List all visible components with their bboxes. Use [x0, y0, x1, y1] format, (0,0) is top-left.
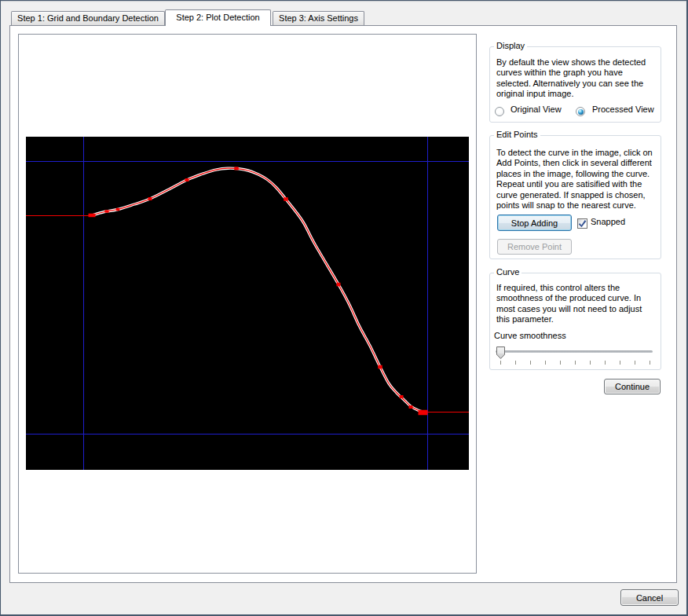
- processed-view-radio-label[interactable]: Processed View: [592, 104, 654, 115]
- curve-point-marker: [116, 208, 120, 211]
- curve-point-marker: [105, 210, 109, 213]
- snapped-checkbox[interactable]: [577, 218, 587, 229]
- original-view-radio-label[interactable]: Original View: [511, 104, 562, 115]
- curve-smoothness-label: Curve smoothness: [494, 331, 566, 341]
- curve-point-marker: [148, 197, 152, 200]
- curve-point-marker: [409, 405, 413, 409]
- curve-point-marker: [234, 167, 239, 170]
- plot-image-panel[interactable]: [18, 34, 477, 574]
- curve-point-marker: [337, 283, 341, 287]
- curve-point-marker: [284, 197, 288, 201]
- tab-step1-grid-boundary-detection[interactable]: Step 1: Grid and Boundary Detection: [11, 11, 165, 25]
- cancel-button[interactable]: Cancel: [620, 589, 679, 606]
- curve-group-text: If required, this control alters the smo…: [496, 283, 658, 325]
- curve-smoothness-slider-track[interactable]: [496, 350, 653, 353]
- processed-view-radio-dot: [578, 109, 584, 115]
- curve-group: Curve If required, this control alters t…: [489, 273, 661, 370]
- edit-points-group-title: Edit Points: [494, 130, 540, 140]
- plot-background: [26, 137, 469, 470]
- edit-points-group: Edit Points To detect the curve in the i…: [489, 135, 661, 259]
- checkmark-icon: [578, 219, 587, 228]
- curve-point-marker: [185, 178, 189, 182]
- tab-step2-label: Step 2: Plot Detection: [176, 13, 259, 22]
- curve-point-marker: [400, 395, 404, 398]
- slider-tick-marks: [500, 361, 651, 365]
- edit-points-group-text: To detect the curve in the image, click …: [496, 148, 658, 211]
- display-group-text: By default the view shows the detected c…: [496, 57, 658, 100]
- plot-image[interactable]: [26, 137, 469, 470]
- original-view-radio[interactable]: [495, 107, 504, 116]
- tab-step2-plot-detection[interactable]: Step 2: Plot Detection: [165, 9, 271, 26]
- display-group: Display By default the view shows the de…: [489, 46, 661, 123]
- curve-point-marker: [419, 410, 428, 416]
- display-group-title: Display: [494, 41, 527, 51]
- tab-step1-label: Step 1: Grid and Boundary Detection: [17, 13, 159, 23]
- curve-point-marker: [89, 214, 96, 218]
- snapped-checkbox-label[interactable]: Snapped: [591, 217, 625, 227]
- tab-step3-label: Step 3: Axis Settings: [279, 13, 358, 23]
- continue-button[interactable]: Continue: [604, 379, 661, 394]
- remove-point-button: Remove Point: [497, 239, 572, 255]
- stop-adding-button[interactable]: Stop Adding: [497, 214, 572, 231]
- processed-view-radio[interactable]: [576, 107, 585, 116]
- curve-group-title: Curve: [494, 267, 521, 277]
- wizard-window: Step 1: Grid and Boundary Detection Step…: [0, 0, 688, 616]
- tab-step3-axis-settings[interactable]: Step 3: Axis Settings: [273, 11, 364, 25]
- curve-point-marker: [378, 365, 382, 369]
- curve-smoothness-slider-thumb[interactable]: [496, 346, 505, 359]
